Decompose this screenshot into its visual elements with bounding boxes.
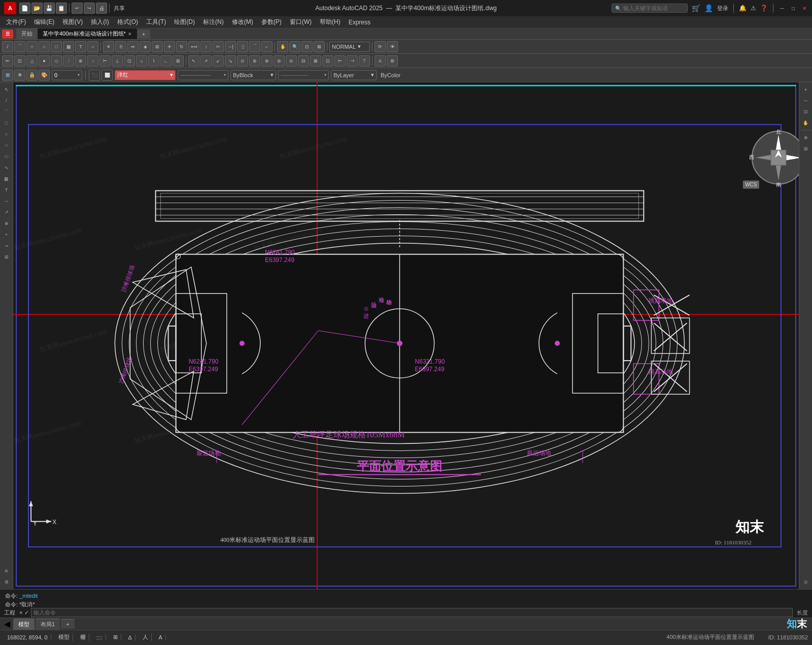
tb2-4[interactable]: ● xyxy=(39,55,50,67)
lt-point[interactable]: • xyxy=(2,230,12,240)
tb-trim[interactable]: ✄ xyxy=(213,41,224,52)
tb-hatch[interactable]: ▦ xyxy=(63,41,74,52)
tab-new[interactable]: + xyxy=(137,29,150,39)
tb2-5[interactable]: ◇ xyxy=(51,55,62,67)
menu-draw[interactable]: 绘图(D) xyxy=(171,17,198,27)
tb2-16[interactable]: ↖ xyxy=(188,55,199,67)
tb-polyline[interactable]: ⌒ xyxy=(14,41,25,52)
grid-status[interactable]: 栅 xyxy=(77,633,89,641)
tb2-8[interactable]: ⌿ xyxy=(87,55,98,67)
share-label[interactable]: 共享 xyxy=(112,5,127,12)
tb-text[interactable]: T xyxy=(75,41,86,52)
menu-help[interactable]: 帮助(H) xyxy=(317,17,344,27)
tb2-27[interactable]: ⊡ xyxy=(322,55,333,67)
tb2-14[interactable]: ∟ xyxy=(160,55,172,67)
cmd-check-btn[interactable]: ✓ xyxy=(24,609,29,616)
tb2-7[interactable]: ⊕ xyxy=(75,55,86,67)
tb2-24[interactable]: ⊝ xyxy=(286,55,297,67)
layer-manager-btn[interactable]: ⊞ xyxy=(2,70,13,81)
rt-zoom-in[interactable]: + xyxy=(801,84,811,94)
lt-text[interactable]: T xyxy=(2,185,12,195)
menu-tools[interactable]: 工具(T) xyxy=(143,17,169,27)
lt-a[interactable]: A xyxy=(2,566,12,576)
prev-tab-btn[interactable]: ◀ xyxy=(2,620,12,629)
rt-nav-wheel[interactable]: ⊙ xyxy=(801,577,811,587)
tb-arc[interactable]: ∩ xyxy=(39,41,50,52)
lt-leader[interactable]: ↗ xyxy=(2,207,12,217)
save-as-btn[interactable]: 📋 xyxy=(56,3,67,14)
tb-mirror[interactable]: ⇔ xyxy=(127,41,139,52)
tb2-6[interactable]: ⋮ xyxy=(63,55,74,67)
tb-break[interactable]: ⌷ xyxy=(237,41,248,52)
tb2-11[interactable]: ⌬ xyxy=(124,55,135,67)
rt-zoom-fit[interactable]: ⊡ xyxy=(801,107,811,117)
tb-line[interactable]: / xyxy=(2,41,13,52)
menu-file[interactable]: 文件(F) xyxy=(3,17,29,27)
tb2-29[interactable]: ⊣ xyxy=(347,55,358,67)
menu-param[interactable]: 参数(P) xyxy=(258,17,285,27)
rt-pan[interactable]: ✋ xyxy=(801,118,811,128)
user-icon[interactable]: 👤 xyxy=(704,4,713,12)
tb-rect[interactable]: □ xyxy=(51,41,62,52)
tb2-2[interactable]: ⊡ xyxy=(14,55,25,67)
tab-start[interactable]: 开始 xyxy=(16,28,38,39)
plot-btn[interactable]: 🖨 xyxy=(96,3,107,14)
menu-express[interactable]: Express xyxy=(346,18,374,27)
lt-settings[interactable]: ⚙ xyxy=(2,577,12,587)
tb-3d-orbit[interactable]: ⟳ xyxy=(375,41,386,52)
lt-circle[interactable]: ○ xyxy=(2,129,12,139)
menu-dim[interactable]: 标注(N) xyxy=(200,17,227,27)
tb2-23[interactable]: ⊜ xyxy=(274,55,285,67)
snap-dots[interactable]: :::: xyxy=(93,634,106,640)
tb-chamfer[interactable]: ⌐ xyxy=(261,41,273,52)
tb2-settings[interactable]: ⚙ xyxy=(387,55,398,67)
lt-ellipse[interactable]: ⬭ xyxy=(2,151,12,162)
tb2-15[interactable]: ⊞ xyxy=(173,55,184,67)
tb-zoom-window[interactable]: ⊡ xyxy=(301,41,313,52)
tb-circle[interactable]: ○ xyxy=(26,41,38,52)
redo-btn[interactable]: ↪ xyxy=(84,3,95,14)
bylayer-dropdown[interactable]: ByLayer ▾ xyxy=(331,70,377,80)
tb-zoom-extents[interactable]: ⊠ xyxy=(314,41,325,52)
menu-modify[interactable]: 修改(M) xyxy=(229,17,256,27)
polar-btn[interactable]: 人 xyxy=(140,633,152,641)
tb-scale[interactable]: ⟺ xyxy=(188,41,199,52)
osnap-btn[interactable]: A xyxy=(156,634,166,640)
tb-zoom-realtime[interactable]: 🔍 xyxy=(289,41,300,52)
tb-stretch[interactable]: ↕ xyxy=(200,41,212,52)
tb2-26[interactable]: ⊠ xyxy=(310,55,321,67)
tb2-3[interactable]: △ xyxy=(26,55,38,67)
menu-window[interactable]: 窗口(W) xyxy=(287,17,315,27)
tb-copy[interactable]: ⎘ xyxy=(115,41,126,52)
layer-freeze-btn[interactable]: ❄ xyxy=(14,70,25,81)
rt-view-cube[interactable]: ⊞ xyxy=(801,144,811,154)
visual-style-dropdown[interactable]: NORMAL ▾ xyxy=(329,42,370,52)
tb2-9[interactable]: ⊢ xyxy=(99,55,111,67)
menu-edit[interactable]: 编辑(E) xyxy=(31,17,57,27)
menu-format[interactable]: 格式(O) xyxy=(114,17,141,27)
lt-hatch[interactable]: ▦ xyxy=(2,174,12,184)
search-input[interactable] xyxy=(623,5,684,11)
tb2-13[interactable]: ⌇ xyxy=(148,55,159,67)
lt-properties[interactable]: ⊞ xyxy=(2,252,12,262)
tb2-21[interactable]: ⊚ xyxy=(249,55,260,67)
cart-icon[interactable]: 🛒 xyxy=(692,4,700,12)
tb-erase[interactable]: ✕ xyxy=(103,41,114,52)
tb-dim[interactable]: ↔ xyxy=(87,41,98,52)
tb2-22[interactable]: ⊛ xyxy=(261,55,273,67)
rt-3d[interactable]: ⊕ xyxy=(801,133,811,143)
open-btn[interactable]: 📂 xyxy=(31,3,43,14)
tb-extend[interactable]: →| xyxy=(225,41,236,52)
rt-zoom-out[interactable]: ─ xyxy=(801,95,811,106)
byblock-dropdown[interactable]: ByBlock ▾ xyxy=(230,70,276,80)
canvas-area[interactable]: 知末网www.znzmo.com 知末网www.znzmo.com 知末网www… xyxy=(13,82,799,589)
lt-measure[interactable]: ⊸ xyxy=(2,241,12,251)
tb2-18[interactable]: ↙ xyxy=(213,55,224,67)
tb2-10[interactable]: ⊥ xyxy=(112,55,123,67)
menu-view[interactable]: 视图(V) xyxy=(59,17,86,27)
lt-rect[interactable]: □ xyxy=(2,118,12,128)
layer-color-btn[interactable]: 🎨 xyxy=(39,70,50,81)
close-tab-icon[interactable]: ✕ xyxy=(128,31,132,37)
tb-rotate[interactable]: ↻ xyxy=(176,41,187,52)
maximize-btn[interactable]: □ xyxy=(790,5,797,12)
